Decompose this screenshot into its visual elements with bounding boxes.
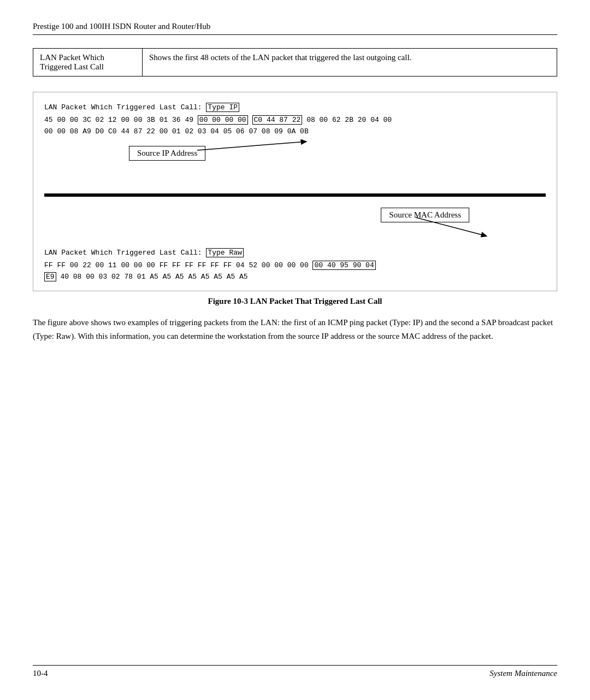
table-cell-col1: LAN Packet Which Triggered Last Call [33,49,143,77]
figure-box: LAN Packet Which Triggered Last Call: Ty… [33,92,557,291]
ip-annotation-area: Source IP Address [44,140,546,187]
raw-section: LAN Packet Which Triggered Last Call: Ty… [44,248,546,283]
raw-label-line: LAN Packet Which Triggered Last Call: Ty… [44,248,546,259]
page-footer: 10-4 System Maintenance [33,665,557,678]
mac-arrow-svg [44,203,546,244]
raw-data-line1: FF FF 00 22 00 11 00 00 00 FF FF FF FF F… [44,260,546,272]
figure-inner: LAN Packet Which Triggered Last Call: Ty… [44,102,546,283]
mac-annotation-area: Source MAC Address [44,203,546,244]
header-title: Prestige 100 and 100IH ISDN Router and R… [33,22,210,31]
svg-line-0 [197,142,306,150]
source-ip-label: Source IP Address [129,146,205,161]
figure-caption: Figure 10-3 LAN Packet That Triggered La… [33,297,557,306]
col1-line2: Triggered Last Call [40,62,104,71]
ip-arrow-svg [44,140,546,187]
fig-divider [44,193,546,197]
page-header: Prestige 100 and 100IH ISDN Router and R… [33,22,557,35]
info-table: LAN Packet Which Triggered Last Call Sho… [33,48,557,77]
table-cell-col2: Shows the first 48 octets of the LAN pac… [143,49,557,77]
ip-data-line1: 45 00 00 3C 02 12 00 00 3B 01 36 49 00 0… [44,115,546,126]
raw-data-line2: E9 40 08 00 03 02 78 01 A5 A5 A5 A5 A5 A… [44,272,546,283]
body-text: The figure above shows two examples of t… [33,316,557,343]
ip-data-line2: 00 00 08 A9 D0 C0 44 87 22 00 01 02 03 0… [44,126,546,138]
ip-label-line: LAN Packet Which Triggered Last Call: Ty… [44,102,546,114]
table-row: LAN Packet Which Triggered Last Call Sho… [33,49,557,77]
footer-right: System Maintenance [489,669,557,678]
footer-left: 10-4 [33,669,48,678]
source-mac-label: Source MAC Address [381,208,469,222]
col1-line1: LAN Packet Which [40,53,104,62]
ip-section: LAN Packet Which Triggered Last Call: Ty… [44,102,546,137]
